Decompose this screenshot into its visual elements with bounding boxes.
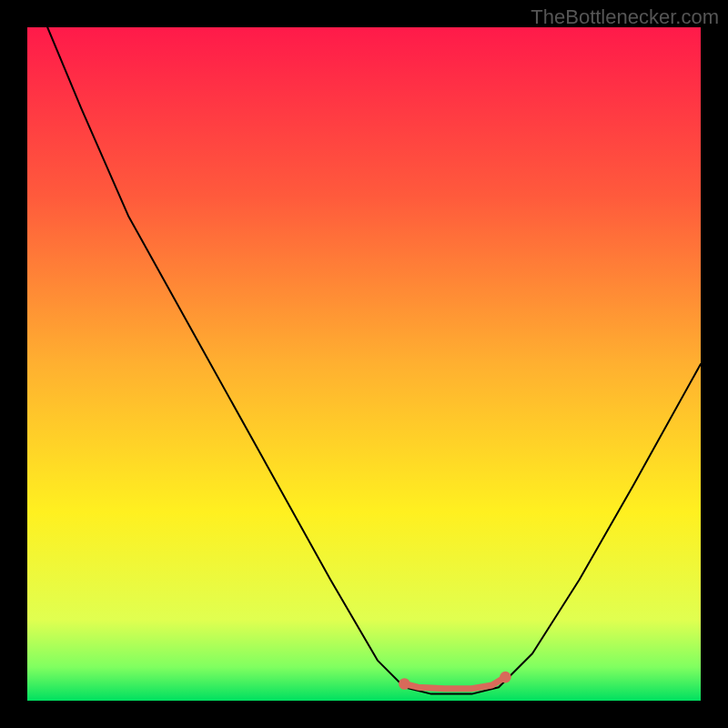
chart-background <box>27 27 701 701</box>
series-dot <box>500 672 511 683</box>
series-dot <box>399 678 410 690</box>
chart-svg <box>27 27 701 701</box>
chart-area <box>27 27 701 701</box>
watermark-text: TheBottlenecker.com <box>531 5 719 29</box>
